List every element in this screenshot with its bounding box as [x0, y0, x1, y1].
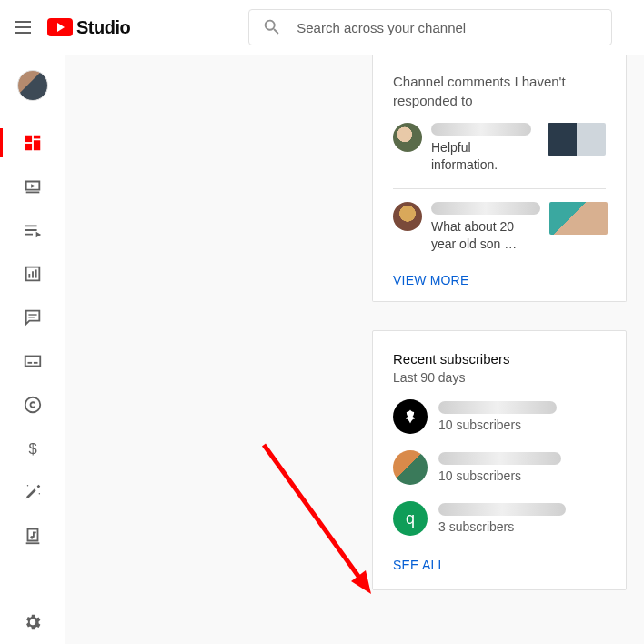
nav-dashboard[interactable] [0, 121, 65, 165]
svg-point-15 [37, 487, 39, 488]
nav-settings[interactable] [0, 600, 65, 644]
commenter-avatar [393, 202, 422, 231]
subscriber-avatar [393, 399, 428, 434]
svg-marker-21 [351, 570, 371, 594]
annotation-arrow [255, 436, 382, 599]
svg-point-17 [38, 493, 39, 494]
svg-rect-19 [25, 542, 39, 544]
subscriber-count: 10 subscribers [438, 468, 606, 483]
svg-line-20 [264, 445, 362, 581]
nav-content[interactable] [0, 165, 65, 208]
video-thumbnail [549, 202, 608, 235]
svg-rect-2 [33, 140, 39, 150]
subscriber-name-redacted [438, 503, 566, 516]
svg-rect-6 [32, 271, 34, 277]
comment-row[interactable]: Helpful information. [393, 123, 606, 188]
nav-playlists[interactable] [0, 208, 65, 252]
comment-text: Helpful information. [431, 123, 538, 174]
left-rail: $ [0, 55, 65, 644]
subscribers-card-subtitle: Last 90 days [393, 370, 606, 385]
layout: $ Channel comments I haven't responded t… [0, 55, 644, 644]
search-placeholder: Search across your channel [297, 20, 466, 35]
menu-icon[interactable] [15, 16, 36, 38]
nav-monetization[interactable]: $ [0, 427, 65, 470]
commenter-name-redacted [431, 123, 531, 136]
subscriber-text: 10 subscribers [438, 452, 606, 483]
svg-rect-8 [28, 314, 36, 315]
svg-rect-5 [28, 274, 30, 278]
top-bar: Studio Search across your channel [0, 0, 644, 55]
subscriber-text: 3 subscribers [438, 503, 606, 534]
svg-point-13 [25, 397, 40, 413]
subscriber-count: 10 subscribers [438, 418, 606, 432]
svg-rect-12 [33, 362, 37, 364]
subscriber-avatar: q [393, 501, 428, 536]
studio-logo[interactable]: Studio [47, 17, 130, 38]
svg-rect-3 [25, 144, 31, 150]
comment-row[interactable]: What about 20 year old son … [393, 188, 606, 267]
svg-rect-0 [25, 136, 31, 142]
comments-card: Channel comments I haven't responded to … [372, 55, 627, 302]
nav-comments[interactable] [0, 296, 65, 339]
subscriber-count: 3 subscribers [438, 519, 606, 534]
svg-rect-1 [33, 136, 39, 139]
see-all-link[interactable]: SEE ALL [393, 558, 445, 572]
svg-rect-4 [25, 192, 39, 194]
nav-customization[interactable] [0, 470, 65, 514]
svg-rect-10 [25, 357, 40, 367]
svg-text:$: $ [28, 440, 36, 457]
search-input[interactable]: Search across your channel [248, 9, 612, 45]
nav-audio-library[interactable] [0, 514, 65, 558]
subscribers-card: Recent subscribers Last 90 days 10 subsc… [372, 330, 627, 590]
main-content: Channel comments I haven't responded to … [65, 55, 644, 644]
youtube-icon [47, 18, 73, 36]
subscriber-row[interactable]: 10 subscribers [393, 450, 606, 485]
nav-analytics[interactable] [0, 252, 65, 296]
subscriber-text: 10 subscribers [438, 401, 606, 432]
subscriber-name-redacted [438, 452, 561, 465]
comment-body: What about 20 year old son … [431, 218, 540, 253]
subscriber-row[interactable]: 10 subscribers [393, 399, 606, 434]
search-icon [262, 17, 282, 37]
commenter-avatar [393, 123, 422, 152]
comment-body: Helpful information. [431, 139, 538, 174]
subscriber-row[interactable]: q 3 subscribers [393, 501, 606, 536]
subscribers-card-title: Recent subscribers [393, 351, 606, 367]
comment-text: What about 20 year old son … [431, 202, 540, 253]
svg-rect-7 [35, 269, 36, 277]
subscriber-avatar [393, 450, 428, 485]
svg-rect-9 [28, 317, 34, 317]
channel-avatar[interactable] [17, 70, 48, 101]
svg-rect-11 [27, 362, 32, 364]
comments-card-title: Channel comments I haven't responded to [393, 72, 606, 110]
subscriber-name-redacted [438, 401, 557, 414]
brand-text: Studio [76, 17, 130, 38]
svg-point-16 [26, 485, 27, 486]
nav-copyright[interactable] [0, 383, 65, 427]
commenter-name-redacted [431, 202, 540, 215]
view-more-link[interactable]: VIEW MORE [393, 273, 468, 287]
video-thumbnail [548, 123, 606, 156]
nav-subtitles[interactable] [0, 339, 65, 383]
